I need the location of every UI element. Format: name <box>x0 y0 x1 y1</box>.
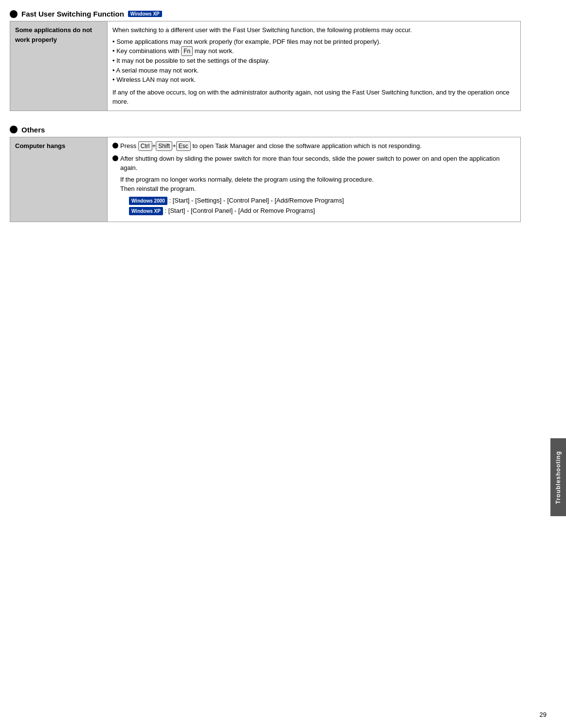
others-heading: Others <box>10 126 521 134</box>
bullet-dot-icon <box>112 143 118 149</box>
computer-hangs-line2: If the program no longer works normally,… <box>120 175 515 185</box>
computer-hangs-bullet2-text: After shutting down by sliding the power… <box>120 154 515 216</box>
computer-hangs-bullet1: Press Ctrl+Shift+Esc to open Task Manage… <box>112 141 515 151</box>
section-title: Fast User Switching Function <box>21 10 124 18</box>
section-bullet-icon <box>10 10 18 18</box>
fn-key: Fn <box>181 46 193 56</box>
windows-2000-badge: Windows 2000 <box>129 197 167 205</box>
bullet-dot-icon-2 <box>112 155 118 161</box>
others-section-bullet-icon <box>10 126 18 133</box>
fast-user-switching-bullet5: • Wireless LAN may not work. <box>112 75 515 85</box>
winxp-text: : [Start] - [Control Panel] - [Add or Re… <box>165 207 315 214</box>
fast-user-switching-label: Some applications do not work properly <box>10 21 108 111</box>
fast-user-switching-table: Some applications do not work properly W… <box>10 21 521 111</box>
computer-hangs-row: Computer hangs Press Ctrl+Shift+Esc to o… <box>10 137 521 222</box>
others-section-title: Others <box>21 126 45 134</box>
computer-hangs-content: Press Ctrl+Shift+Esc to open Task Manage… <box>108 137 521 222</box>
windows-xp-badge-2: Windows XP <box>129 207 163 215</box>
computer-hangs-label: Computer hangs <box>10 137 108 222</box>
fast-user-switching-bullet1: • Some applications may not work properl… <box>112 37 515 47</box>
fast-user-switching-intro: When switching to a different user with … <box>112 25 515 35</box>
ctrl-key: Ctrl <box>138 141 152 151</box>
computer-hangs-bullet1-text: Press Ctrl+Shift+Esc to open Task Manage… <box>120 141 421 151</box>
troubleshooting-tab: Troubleshooting <box>550 438 566 516</box>
page-number: 29 <box>540 711 547 718</box>
fast-user-switching-bullet3: • It may not be possible to set the sett… <box>112 56 515 66</box>
computer-hangs-line3: Then reinstall the program. <box>120 184 515 194</box>
computer-hangs-line1: After shutting down by sliding the power… <box>120 154 515 173</box>
win2000-text: : [Start] - [Settings] - [Control Panel]… <box>169 197 344 204</box>
computer-hangs-win-options: Windows 2000 : [Start] - [Settings] - [C… <box>129 196 515 216</box>
shift-key: Shift <box>156 141 172 151</box>
winxp-line: Windows XP : [Start] - [Control Panel] -… <box>129 206 515 216</box>
computer-hangs-bullet2: After shutting down by sliding the power… <box>112 154 515 216</box>
side-tab-label: Troubleshooting <box>555 451 562 504</box>
table-row: Some applications do not work properly W… <box>10 21 521 111</box>
fast-user-switching-content: When switching to a different user with … <box>108 21 521 111</box>
fast-user-switching-bullet4: • A serial mouse may not work. <box>112 66 515 75</box>
others-table: Computer hangs Press Ctrl+Shift+Esc to o… <box>10 137 521 222</box>
win2000-line: Windows 2000 : [Start] - [Settings] - [C… <box>129 196 515 205</box>
fast-user-switching-bullet2: • Key combinations with Fn may not work. <box>112 46 515 56</box>
fast-user-switching-conclusion: If any of the above occurs, log on with … <box>112 88 515 107</box>
fast-user-switching-heading: Fast User Switching Function Windows XP <box>10 10 521 18</box>
windows-xp-badge: Windows XP <box>128 11 162 17</box>
esc-key: Esc <box>176 141 191 151</box>
